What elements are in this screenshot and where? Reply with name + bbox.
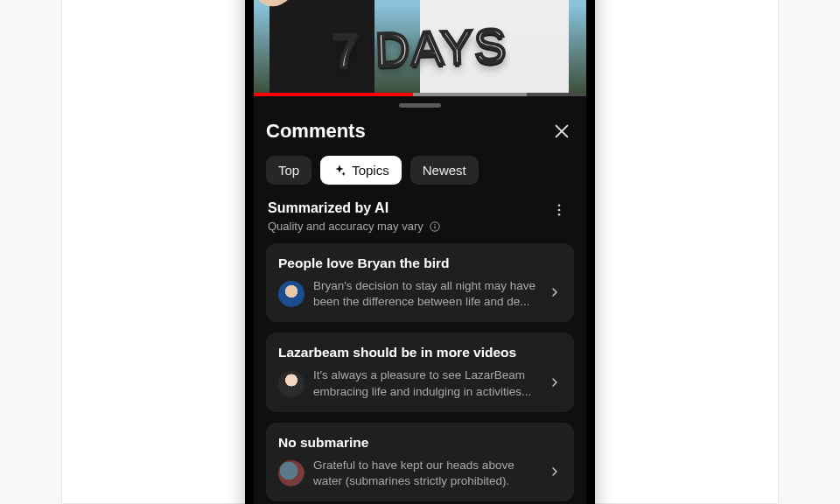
ai-summary-disclaimer: Quality and accuracy may vary	[268, 220, 441, 233]
tab-topics-label: Topics	[352, 163, 389, 178]
ai-summary-label: Summarized by AI	[268, 200, 441, 216]
sheet-title: Comments	[266, 120, 366, 143]
video-player[interactable]: 7 DAYS	[254, 0, 586, 96]
phone-frame: 7 DAYS Comments Top Topics	[245, 0, 595, 504]
topic-body: Grateful to have kept our heads above wa…	[278, 458, 564, 489]
comments-sheet: Comments Top Topics Newest Summarized by…	[254, 96, 586, 504]
svg-point-4	[558, 209, 561, 212]
close-icon	[552, 122, 571, 141]
topic-body: Bryan's decision to stay all night may h…	[278, 278, 564, 310]
video-person-left	[270, 0, 374, 96]
sheet-header: Comments	[266, 119, 574, 144]
chevron-right-icon	[548, 465, 564, 482]
avatar	[278, 371, 304, 397]
tab-top[interactable]: Top	[266, 156, 312, 185]
tab-newest[interactable]: Newest	[410, 156, 479, 185]
svg-rect-2	[434, 226, 435, 229]
topic-title: No submarine	[278, 435, 564, 451]
ai-summary-header: Summarized by AI Quality and accuracy ma…	[266, 200, 574, 233]
svg-point-1	[434, 223, 435, 224]
topic-snippet: It's always a pleasure to see LazarBeam …	[313, 368, 539, 399]
chevron-right-icon	[548, 285, 564, 303]
sort-tabs: Top Topics Newest	[266, 156, 574, 185]
topic-snippet: Grateful to have kept our heads above wa…	[313, 458, 539, 489]
topic-title: People love Bryan the bird	[278, 256, 564, 271]
tab-topics[interactable]: Topics	[320, 156, 402, 185]
topic-snippet: Bryan's decision to stay all night may h…	[313, 278, 539, 310]
info-icon[interactable]	[429, 220, 441, 233]
avatar	[278, 460, 304, 486]
topic-card[interactable]: People love Bryan the bird Bryan's decis…	[266, 243, 574, 322]
svg-point-5	[558, 214, 561, 216]
topic-card[interactable]: No submarine Grateful to have kept our h…	[266, 423, 574, 501]
topic-title: Lazarbeam should be in more videos	[278, 345, 564, 360]
svg-point-3	[558, 204, 561, 206]
sparkle-icon	[332, 164, 346, 178]
more-options-button[interactable]	[546, 200, 572, 223]
page-background: 7 DAYS Comments Top Topics	[61, 0, 779, 504]
kebab-icon	[551, 202, 567, 218]
topic-card[interactable]: Lazarbeam should be in more videos It's …	[266, 332, 574, 411]
ai-summary-disclaimer-text: Quality and accuracy may vary	[268, 220, 424, 233]
topic-body: It's always a pleasure to see LazarBeam …	[278, 368, 564, 399]
close-button[interactable]	[550, 119, 574, 144]
video-person-right	[420, 0, 569, 96]
chevron-right-icon	[548, 375, 564, 393]
avatar	[278, 281, 304, 307]
sheet-drag-handle[interactable]	[399, 103, 441, 108]
